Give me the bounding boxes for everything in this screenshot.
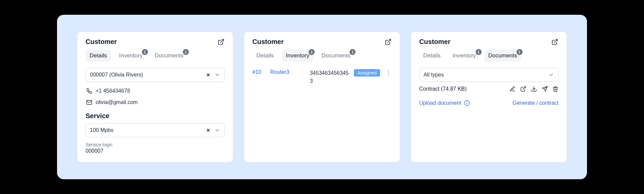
clear-icon[interactable]: ✕ (205, 128, 212, 133)
customer-select[interactable]: 000007 (Olivia Rivers) ✕ (86, 68, 225, 82)
svg-point-4 (388, 72, 389, 73)
document-type-filter[interactable]: All types (419, 68, 558, 82)
tab-label: Documents (155, 52, 183, 59)
tab-badge: 1 (183, 49, 189, 55)
card-header: Customer (419, 38, 558, 46)
document-row: Contract (74.87 KB) (419, 82, 558, 93)
tab-documents[interactable]: Documents1 (151, 50, 187, 62)
service-login-label: Service login (86, 142, 225, 147)
tabs: Details Inventory1 Documents1 (252, 50, 391, 62)
tab-badge: 1 (517, 49, 523, 55)
card-title: Customer (252, 38, 283, 46)
phone-row: +1 456434678 (86, 85, 225, 97)
send-icon[interactable] (542, 86, 548, 92)
service-select[interactable]: 100 Mpbs ✕ (86, 123, 225, 137)
document-actions (509, 86, 558, 92)
tab-documents[interactable]: Documents1 (484, 50, 521, 62)
info-icon (464, 100, 470, 106)
svg-line-7 (523, 87, 525, 89)
svg-line-2 (387, 39, 390, 42)
tab-label: Inventory (453, 52, 476, 59)
upload-label: Upload document (419, 100, 461, 106)
phone-icon (86, 88, 92, 94)
tab-badge: 1 (476, 49, 482, 55)
svg-point-3 (388, 71, 389, 71)
tab-inventory[interactable]: Inventory1 (282, 50, 313, 62)
tab-inventory[interactable]: Inventory1 (449, 50, 480, 62)
inventory-serial: 34534634563453 (310, 69, 349, 85)
tab-documents[interactable]: Documents1 (317, 50, 354, 62)
generate-label: Generate / contract (513, 100, 558, 106)
generate-contract-link[interactable]: Generate / contract (513, 100, 558, 106)
download-icon[interactable] (531, 86, 537, 92)
card-header: Customer (252, 38, 391, 46)
inventory-row: #10 Router3 34534634563453 Assigned (252, 68, 391, 87)
email-value: olivia@gmail.com (96, 99, 138, 105)
customer-card-documents: Customer Details Inventory1 Documents1 A… (411, 32, 567, 162)
tab-label: Details (256, 52, 274, 59)
status-badge: Assigned (354, 69, 380, 77)
document-name: Contract (74.87 KB) (419, 86, 467, 92)
service-select-value: 100 Mpbs (90, 127, 202, 133)
more-icon[interactable] (385, 69, 392, 76)
tabs: Details Inventory1 Documents1 (86, 50, 225, 62)
svg-line-0 (221, 39, 224, 42)
delete-icon[interactable] (552, 86, 558, 92)
inventory-id-link[interactable]: #10 (252, 69, 265, 75)
tab-badge: 1 (309, 49, 315, 55)
svg-line-6 (554, 39, 557, 42)
chevron-down-icon[interactable] (214, 127, 220, 133)
tab-label: Details (90, 52, 107, 59)
tab-details[interactable]: Details (252, 50, 278, 62)
external-link-icon[interactable] (384, 38, 392, 46)
customer-card-inventory: Customer Details Inventory1 Documents1 #… (244, 32, 400, 162)
clear-icon[interactable]: ✕ (205, 72, 212, 78)
external-link-icon[interactable] (217, 38, 225, 46)
tab-details[interactable]: Details (419, 50, 445, 62)
external-link-icon[interactable] (551, 38, 558, 46)
tab-badge: 1 (142, 49, 148, 55)
tab-badge: 1 (350, 49, 356, 55)
open-icon[interactable] (520, 86, 526, 92)
tab-label: Details (423, 52, 441, 59)
mail-icon (86, 99, 92, 105)
email-row: olivia@gmail.com (86, 97, 225, 108)
card-header: Customer (86, 38, 225, 46)
tabs: Details Inventory1 Documents1 (419, 50, 558, 62)
card-title: Customer (419, 38, 450, 46)
service-heading: Service (86, 112, 225, 120)
chevron-down-icon[interactable] (548, 72, 554, 78)
customer-select-value: 000007 (Olivia Rivers) (90, 72, 202, 78)
document-type-value: All types (424, 72, 545, 78)
chevron-down-icon[interactable] (214, 72, 220, 78)
upload-document-link[interactable]: Upload document (419, 100, 470, 106)
inventory-name-link[interactable]: Router3 (270, 69, 305, 75)
tab-label: Documents (321, 52, 350, 59)
tab-label: Inventory (119, 52, 143, 59)
tab-label: Documents (488, 52, 517, 59)
card-title: Customer (86, 38, 117, 46)
tab-inventory[interactable]: Inventory1 (115, 50, 147, 62)
tab-label: Inventory (286, 52, 309, 59)
tab-details[interactable]: Details (86, 50, 111, 62)
service-login-value: 000007 (86, 148, 225, 154)
edit-icon[interactable] (509, 86, 516, 92)
svg-point-5 (388, 74, 389, 75)
phone-value: +1 456434678 (96, 88, 130, 94)
customer-card-details: Customer Details Inventory1 Documents1 0… (77, 32, 233, 162)
document-footer: Upload document Generate / contract (419, 100, 558, 106)
